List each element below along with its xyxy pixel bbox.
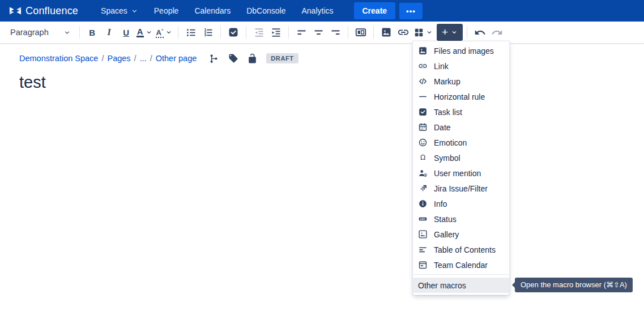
table-icon (413, 27, 424, 38)
numbered-list-button[interactable] (199, 24, 216, 41)
insert-menu-item[interactable]: Files and images (413, 43, 509, 58)
bullet-list-button[interactable] (182, 24, 199, 41)
label-tag-icon[interactable] (228, 53, 238, 63)
nav-menu: Spaces People Calendars DbConsole (93, 0, 341, 22)
paragraph-style-selector[interactable]: Paragraph (6, 24, 75, 41)
nav-item[interactable]: People (146, 0, 187, 22)
indent-icon (270, 27, 282, 39)
insert-menu-item[interactable]: Gallery (413, 227, 509, 242)
confluence-editor-page: Confluence Spaces People Calendars DbC (0, 0, 644, 315)
macro-browser-tooltip: Open the macro browser (⌘⇧A) (515, 278, 633, 292)
align-right-icon (330, 27, 342, 39)
nav-more-button[interactable]: ••• (399, 3, 423, 19)
editor-content-area[interactable]: Demonstration Space/Pages/.../Other page… (0, 44, 644, 92)
align-left-button[interactable] (293, 24, 310, 41)
confluence-brand[interactable]: Confluence (9, 5, 78, 17)
text-color-icon: A (137, 27, 144, 37)
unlock-icon[interactable] (247, 53, 258, 64)
insert-menu-item[interactable]: Table of Contents (413, 242, 509, 257)
underline-icon: U (123, 28, 129, 37)
text-color-button[interactable]: A (135, 24, 154, 41)
italic-icon: I (108, 27, 111, 37)
task-list-button[interactable] (225, 24, 242, 41)
files-and-images-icon (418, 46, 428, 56)
page-tree-icon[interactable] (209, 53, 220, 64)
chevron-down-icon (146, 29, 152, 36)
undo-button[interactable] (471, 24, 488, 41)
insert-menu-item[interactable]: Symbol (413, 150, 509, 165)
chevron-down-icon (451, 29, 458, 36)
insert-image-button[interactable] (378, 24, 395, 41)
insert-menu-item[interactable]: Link (413, 58, 509, 74)
toolbar-divider (220, 26, 221, 39)
chevron-down-icon (426, 29, 433, 36)
gallery-icon (418, 229, 428, 239)
image-icon (381, 27, 392, 38)
plus-icon: + (442, 27, 448, 37)
chevron-down-icon (165, 29, 172, 36)
more-text-styles-button[interactable]: A° (154, 24, 174, 41)
toolbar-divider (373, 26, 374, 39)
insert-menu-item[interactable]: Status (413, 211, 509, 227)
breadcrumb-item[interactable]: ... (140, 54, 147, 63)
nav-item[interactable]: Calendars (186, 0, 238, 22)
markup-icon (418, 76, 428, 86)
insert-menu-item[interactable]: Date (413, 120, 509, 135)
insert-menu-item[interactable]: User mention (413, 165, 509, 181)
italic-button[interactable]: I (101, 24, 118, 41)
toolbar-divider (246, 26, 246, 39)
align-left-icon (296, 27, 308, 39)
brand-name: Confluence (25, 5, 78, 17)
page-layout-button[interactable] (352, 24, 369, 41)
horizontal-rule-icon (418, 92, 428, 101)
breadcrumb-item: / (101, 54, 104, 63)
bold-button[interactable]: B (84, 24, 101, 41)
toolbar-divider (467, 26, 467, 39)
draft-status-badge: DRAFT (266, 53, 298, 63)
nav-item[interactable]: Analytics (293, 0, 341, 22)
insert-table-button[interactable] (412, 24, 434, 41)
bullet-list-icon (185, 27, 197, 39)
insert-more-content-button[interactable]: + (437, 24, 463, 41)
breadcrumb-item[interactable]: Pages (107, 54, 130, 63)
other-macros-item[interactable]: Other macros (413, 278, 509, 293)
align-center-button[interactable] (310, 24, 327, 41)
undo-icon (474, 27, 486, 39)
insert-menu-item[interactable]: Task list (413, 104, 509, 120)
table-of-contents-icon (418, 245, 428, 254)
insert-menu-item[interactable]: Markup (413, 74, 509, 89)
insert-menu-item[interactable]: Info (413, 196, 509, 211)
underline-button[interactable]: U (118, 24, 135, 41)
insert-menu-item[interactable]: Emoticon (413, 135, 509, 150)
align-right-button[interactable] (327, 24, 344, 41)
outdent-button (250, 24, 267, 41)
breadcrumb-item[interactable]: Other page (156, 54, 197, 63)
create-button[interactable]: Create (354, 2, 396, 19)
page-title[interactable]: test (19, 73, 644, 92)
menu-separator (413, 274, 509, 275)
status-icon (418, 214, 428, 224)
task-checkbox-icon (228, 27, 239, 38)
insert-menu-item[interactable]: Team Calendar (413, 257, 509, 273)
jira-icon (418, 184, 428, 193)
redo-icon (491, 27, 503, 39)
date-icon (418, 122, 428, 132)
info-icon (418, 199, 428, 208)
insert-menu-item[interactable]: Jira Issue/Filter (413, 181, 509, 196)
indent-button[interactable] (267, 24, 284, 41)
insert-link-button[interactable] (395, 24, 412, 41)
task-list-icon (418, 107, 428, 117)
nav-item[interactable]: Spaces (93, 0, 146, 22)
emoticon-icon (418, 138, 428, 147)
outdent-icon (253, 27, 265, 39)
toolbar-divider (348, 26, 348, 39)
breadcrumb-item[interactable]: Demonstration Space (19, 54, 98, 63)
team-calendar-icon (418, 260, 428, 270)
ellipsis-icon: ••• (406, 7, 416, 15)
align-center-icon (313, 27, 325, 39)
nav-item[interactable]: DbConsole (238, 0, 293, 22)
insert-menu-item[interactable]: Horizontal rule (413, 89, 509, 104)
insert-dropdown-menu: Files and images Link Markup Horizontal … (412, 41, 510, 295)
link-icon (397, 26, 410, 39)
link-icon (418, 61, 428, 71)
